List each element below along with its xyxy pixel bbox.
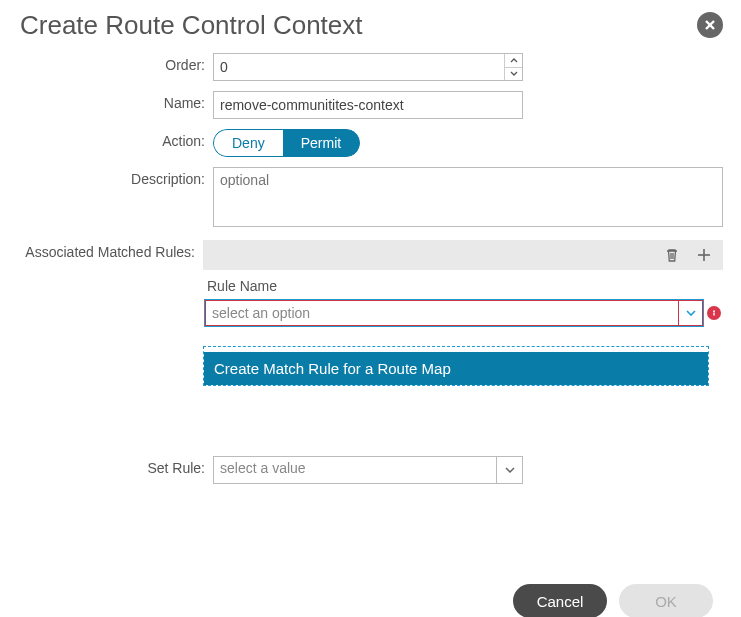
chevron-down-icon [510,71,518,76]
plus-icon [696,247,712,263]
rule-error-indicator [707,306,721,320]
setrule-expand[interactable] [496,457,522,483]
rules-delete-button[interactable] [663,246,681,264]
row-order: Order: [18,53,723,81]
rule-dropdown-panel: Create Match Rule for a Route Map [203,346,709,386]
action-permit[interactable]: Permit [283,129,360,157]
svg-rect-7 [713,313,714,316]
dialog: Create Route Control Context Order: Name… [0,0,741,617]
label-action: Action: [18,129,213,149]
label-name: Name: [18,91,213,111]
order-stepper[interactable] [213,53,523,81]
chevron-down-icon [686,310,696,316]
row-setrule: Set Rule: select a value [18,456,723,484]
order-spin-down[interactable] [505,68,522,81]
action-deny[interactable]: Deny [213,129,283,157]
close-icon [703,18,717,32]
cancel-button[interactable]: Cancel [513,584,607,617]
ok-button[interactable]: OK [619,584,713,617]
label-setrule: Set Rule: [18,456,213,476]
trash-icon [664,247,680,263]
rules-column-header: Rule Name [203,270,723,300]
close-button[interactable] [697,12,723,38]
action-toggle: Deny Permit [213,129,360,157]
order-spinner-buttons [504,54,522,80]
description-textarea[interactable] [213,167,723,227]
rules-toolbar [203,240,723,270]
error-icon [710,309,718,317]
chevron-down-icon [505,467,515,473]
dialog-footer: Cancel OK [18,584,723,617]
order-spin-up[interactable] [505,54,522,68]
row-action: Action: Deny Permit [18,129,723,157]
rule-row: select an option [203,300,723,326]
row-rules: Associated Matched Rules: Rule Name sele… [18,240,723,386]
rule-name-select[interactable]: select an option [205,300,703,326]
dialog-title: Create Route Control Context [20,10,723,41]
name-input[interactable] [213,91,523,119]
label-description: Description: [18,167,213,187]
setrule-select[interactable]: select a value [213,456,523,484]
rules-table: Rule Name select an option Create Match … [203,270,723,386]
rule-select-expand[interactable] [678,301,702,325]
dropdown-create-match-rule[interactable]: Create Match Rule for a Route Map [204,352,708,385]
rules-add-button[interactable] [695,246,713,264]
chevron-up-icon [510,58,518,63]
row-description: Description: [18,167,723,230]
order-input[interactable] [214,54,504,80]
row-name: Name: [18,91,723,119]
setrule-placeholder: select a value [214,457,496,483]
label-rules: Associated Matched Rules: [18,240,203,262]
label-order: Order: [18,53,213,73]
svg-point-6 [713,310,715,312]
rule-select-placeholder: select an option [206,305,678,321]
